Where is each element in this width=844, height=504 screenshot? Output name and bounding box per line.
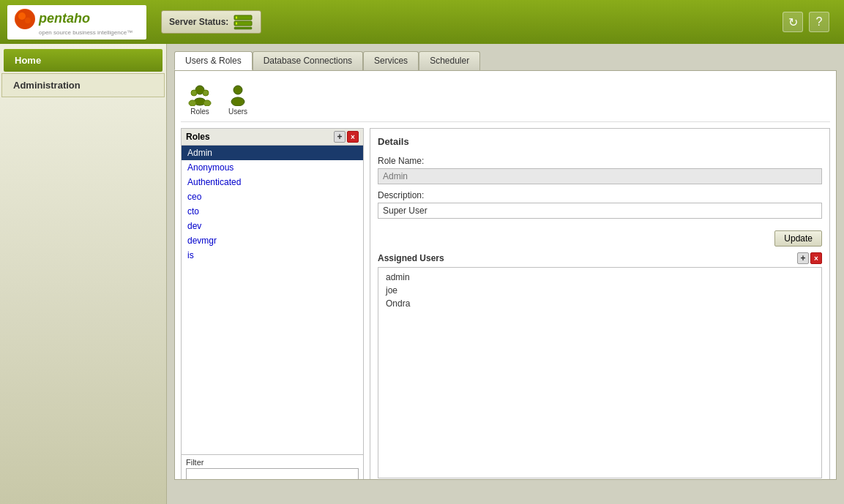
svg-point-15 — [231, 97, 244, 106]
svg-point-2 — [25, 18, 31, 23]
description-input[interactable] — [378, 203, 822, 219]
role-item-is[interactable]: is — [182, 248, 363, 263]
roles-icon — [188, 83, 212, 106]
help-button[interactable]: ? — [809, 12, 829, 32]
logo-area: pentaho open source business intelligenc… — [7, 5, 146, 40]
tab-services[interactable]: Services — [363, 51, 419, 70]
filter-input[interactable] — [186, 468, 359, 480]
logo-icon — [15, 9, 35, 29]
assigned-users-header: Assigned Users + × — [378, 252, 822, 264]
svg-point-14 — [234, 86, 242, 94]
users-icon — [226, 83, 250, 106]
details-title: Details — [378, 136, 822, 147]
sidebar-item-administration-label: Administration — [13, 80, 81, 91]
role-item-ceo[interactable]: ceo — [182, 189, 363, 204]
refresh-button[interactable]: ↻ — [783, 12, 803, 32]
roles-add-button[interactable]: + — [334, 131, 346, 143]
logo-tagline: open source business intelligence™ — [39, 29, 139, 36]
svg-point-12 — [189, 100, 196, 106]
description-label: Description: — [378, 190, 822, 200]
sidebar: Home Administration — [0, 44, 167, 504]
role-item-anonymous[interactable]: Anonymous — [182, 160, 363, 175]
filter-area: Filter — [182, 454, 363, 480]
sidebar-item-home-label: Home — [15, 55, 41, 66]
assigned-user-admin[interactable]: admin — [383, 271, 817, 284]
logo-text: pentaho — [39, 11, 90, 26]
roles-panel: Roles + × Admin — [181, 128, 364, 480]
tab-users-roles[interactable]: Users & Roles — [174, 51, 253, 70]
roles-close-button[interactable]: × — [347, 131, 359, 143]
tab-scheduler[interactable]: Scheduler — [419, 51, 480, 70]
server-status-area: Server Status: — [146, 10, 783, 34]
refresh-icon: ↻ — [788, 15, 798, 29]
main-layout: Home Administration Users & Roles Databa… — [0, 44, 844, 504]
svg-rect-4 — [236, 17, 237, 19]
tab-panel: Roles Users Roles — [174, 70, 837, 480]
tab-database-connections[interactable]: Database Connections — [253, 51, 363, 70]
assigned-users-add-button[interactable]: + — [797, 252, 809, 264]
sidebar-item-home[interactable]: Home — [4, 49, 163, 72]
toolbar: Roles Users — [181, 77, 830, 122]
role-name-label: Role Name: — [378, 156, 822, 166]
header-icons: ↻ ? — [783, 12, 837, 32]
role-name-input[interactable] — [378, 168, 822, 184]
pentaho-logo: pentaho — [15, 9, 139, 29]
assigned-users-icons: + × — [797, 252, 822, 264]
roles-panel-header: Roles + × — [182, 129, 363, 146]
filter-label: Filter — [186, 458, 359, 467]
sidebar-item-administration[interactable]: Administration — [1, 73, 165, 97]
users-toolbar-button[interactable]: Users — [223, 80, 253, 118]
roles-toolbar-button[interactable]: Roles — [184, 80, 215, 118]
roles-header-icons: + × — [334, 131, 359, 143]
help-icon: ? — [816, 15, 823, 29]
role-item-authenticated[interactable]: Authenticated — [182, 175, 363, 189]
svg-rect-7 — [234, 27, 252, 29]
assigned-users-list: admin joe Ondra — [378, 267, 822, 478]
server-status-icon — [233, 14, 253, 30]
svg-point-13 — [203, 100, 211, 106]
details-panel: Details Role Name: Description: Update A… — [370, 128, 830, 480]
assigned-user-ondra[interactable]: Ondra — [383, 297, 817, 310]
svg-point-9 — [191, 90, 197, 96]
assigned-users-close-button[interactable]: × — [810, 252, 822, 264]
svg-point-0 — [15, 10, 34, 29]
panel-container: Roles + × Admin — [181, 128, 830, 480]
svg-point-10 — [203, 90, 209, 96]
roles-list: Admin Anonymous Authenticated ceo cto — [182, 146, 363, 454]
role-item-dev[interactable]: dev — [182, 219, 363, 233]
roles-panel-title: Roles — [186, 132, 210, 142]
content-area: Users & Roles Database Connections Servi… — [167, 44, 844, 504]
update-button[interactable]: Update — [774, 230, 822, 247]
assigned-user-joe[interactable]: joe — [383, 284, 817, 297]
app-header: pentaho open source business intelligenc… — [0, 0, 844, 44]
details-form: Role Name: Description: — [378, 156, 822, 225]
svg-point-1 — [18, 12, 26, 20]
tab-bar: Users & Roles Database Connections Servi… — [174, 51, 837, 70]
roles-toolbar-label: Roles — [190, 108, 209, 116]
assigned-users-section: Assigned Users + × — [378, 252, 822, 478]
assigned-users-title: Assigned Users — [378, 253, 444, 263]
role-item-cto[interactable]: cto — [182, 204, 363, 219]
svg-rect-6 — [236, 23, 237, 25]
server-status-button[interactable]: Server Status: — [161, 10, 261, 34]
server-status-label: Server Status: — [169, 17, 228, 27]
users-toolbar-label: Users — [228, 108, 247, 116]
role-item-devmgr[interactable]: devmgr — [182, 233, 363, 248]
role-item-admin[interactable]: Admin — [182, 146, 363, 160]
